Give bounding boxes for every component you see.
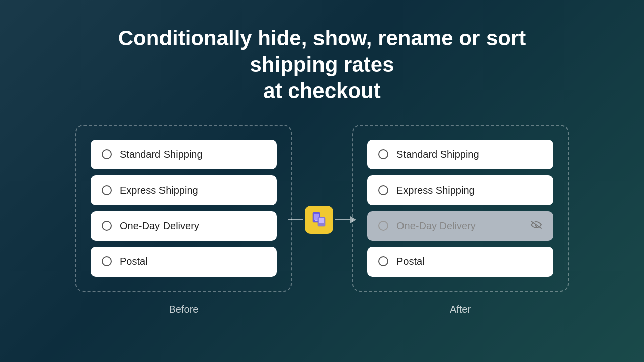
svg-rect-2: [315, 220, 318, 221]
after-label: After: [450, 304, 471, 315]
radio-postal: [102, 256, 112, 266]
before-item-oneday: One-Day Delivery: [91, 211, 277, 241]
arrow-row: [288, 206, 356, 234]
before-label-express: Express Shipping: [120, 185, 266, 196]
before-label-postal: Postal: [120, 256, 266, 267]
after-radio-postal: [378, 256, 388, 266]
radio-express: [102, 185, 112, 195]
comparison-container: Standard Shipping Express Shipping One-D…: [0, 125, 644, 315]
after-item-oneday: One-Day Delivery: [367, 211, 553, 241]
after-radio-standard: [378, 149, 388, 159]
after-label-postal: Postal: [396, 256, 542, 267]
arrow-dash-left: [288, 219, 303, 220]
arrow-section: [292, 206, 352, 234]
before-label: Before: [169, 304, 199, 315]
before-panel: Standard Shipping Express Shipping One-D…: [75, 125, 292, 292]
after-label-express: Express Shipping: [396, 185, 542, 196]
title-line1: Conditionally hide, show, rename or sort…: [118, 26, 526, 76]
after-section: Standard Shipping Express Shipping One-D…: [352, 125, 569, 315]
after-radio-express: [378, 185, 388, 195]
before-item-standard: Standard Shipping: [91, 140, 277, 169]
after-label-oneday: One-Day Delivery: [396, 220, 522, 232]
after-label-standard: Standard Shipping: [396, 149, 542, 160]
app-icon: [305, 206, 333, 234]
before-item-postal: Postal: [91, 247, 277, 277]
arrow-left-line: [288, 219, 303, 220]
svg-rect-4: [319, 218, 324, 223]
before-section: Standard Shipping Express Shipping One-D…: [75, 125, 292, 315]
page-title: Conditionally hide, show, rename or sort…: [96, 25, 548, 105]
after-item-express: Express Shipping: [367, 175, 553, 205]
radio-oneday: [102, 221, 112, 231]
before-item-express: Express Shipping: [91, 175, 277, 205]
before-label-standard: Standard Shipping: [120, 149, 266, 160]
after-radio-oneday: [378, 221, 388, 231]
after-panel: Standard Shipping Express Shipping One-D…: [352, 125, 569, 292]
after-item-standard: Standard Shipping: [367, 140, 553, 169]
arrow-dash-right: [335, 219, 350, 220]
before-label-oneday: One-Day Delivery: [120, 220, 266, 232]
eye-hidden-icon: [530, 220, 542, 232]
radio-standard: [102, 149, 112, 159]
title-line2: at checkout: [263, 79, 380, 103]
after-item-postal: Postal: [367, 247, 553, 277]
